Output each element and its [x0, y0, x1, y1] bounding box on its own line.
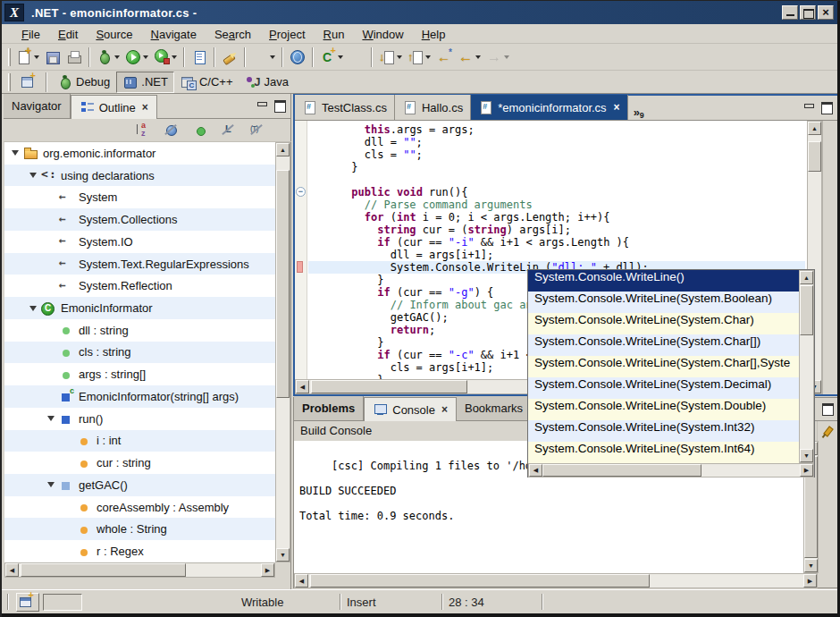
- back-button[interactable]: [455, 46, 483, 68]
- completion-horizontal-scrollbar[interactable]: ◀▶: [528, 463, 814, 478]
- scroll-right-icon[interactable]: ▶: [803, 574, 817, 587]
- hide-non-public-button[interactable]: [247, 120, 268, 141]
- hide-static-button[interactable]: [218, 120, 239, 141]
- menu-edit[interactable]: Edit: [49, 27, 87, 42]
- outline-item-emonicinformator[interactable]: EmonicInformator: [4, 297, 275, 319]
- debug-dropdown-icon[interactable]: [114, 55, 120, 59]
- search-button[interactable]: [219, 46, 240, 68]
- annotation-ruler[interactable]: −: [295, 121, 307, 379]
- completion-item[interactable]: System.Console.WriteLine(): [528, 270, 799, 292]
- last-edit-button[interactable]: [433, 46, 455, 68]
- menu-navigate[interactable]: Navigate: [142, 27, 206, 42]
- minimize-window-button[interactable]: [782, 5, 798, 20]
- outline-item-run[interactable]: run(): [4, 408, 275, 430]
- completion-item[interactable]: System.Console.WriteLine(System.Boolean): [528, 292, 799, 313]
- run-dropdown-icon[interactable]: [143, 55, 148, 59]
- debug-button[interactable]: [94, 46, 122, 68]
- editor-tab-hallo-cs[interactable]: Hallo.cs: [395, 95, 471, 120]
- scroll-thumb[interactable]: [21, 563, 186, 577]
- maximize-window-button[interactable]: [800, 5, 816, 20]
- outline-item-system-reflection[interactable]: System.Reflection: [4, 275, 275, 297]
- completion-item[interactable]: System.Console.WriteLine(System.Int64): [528, 442, 799, 463]
- outline-item-system-io[interactable]: System.IO: [4, 231, 275, 253]
- expander-icon[interactable]: [44, 482, 58, 487]
- perspective-debug[interactable]: Debug: [51, 72, 116, 93]
- prev-annotation-button[interactable]: [405, 46, 433, 68]
- expander-icon[interactable]: [26, 173, 40, 178]
- open-resource-button[interactable]: [249, 46, 278, 68]
- overview-ruler[interactable]: [822, 121, 837, 394]
- run-last-button[interactable]: [151, 46, 180, 68]
- outline-item-system[interactable]: System: [4, 186, 275, 208]
- menu-window[interactable]: Window: [353, 27, 412, 42]
- menu-help[interactable]: Help: [413, 27, 455, 42]
- completion-item[interactable]: System.Console.WriteLine(System.Char[]): [528, 334, 799, 356]
- title-bar[interactable]: X .NET - emonicinformator.cs -: [2, 1, 839, 24]
- menu-search[interactable]: Search: [206, 27, 260, 42]
- perspective-net[interactable]: .NET: [116, 72, 174, 93]
- new-class-button[interactable]: [317, 46, 346, 68]
- fast-view-button[interactable]: [16, 593, 39, 612]
- next-annotation-dropdown-icon[interactable]: [397, 55, 402, 59]
- outline-item-emonicinformator-string-args[interactable]: EmonicInformator(string[] args): [4, 385, 275, 408]
- save-button[interactable]: [42, 46, 63, 68]
- outline-item-cur-string[interactable]: cur : string: [4, 452, 275, 474]
- tab-outline[interactable]: Outline×: [71, 95, 157, 119]
- hide-fields-button[interactable]: [161, 120, 182, 141]
- outline-item-getgac[interactable]: getGAC(): [4, 474, 275, 496]
- run-last-dropdown-icon[interactable]: [172, 55, 177, 59]
- outline-item-r-regex[interactable]: r : Regex: [4, 540, 275, 562]
- outline-vertical-scrollbar[interactable]: ▲▼: [275, 142, 290, 562]
- outline-item-coreassembly-assembly[interactable]: coreAssembly : Assembly: [4, 496, 275, 519]
- back-dropdown-icon[interactable]: [475, 55, 481, 59]
- completion-item[interactable]: System.Console.WriteLine(System.Char[],S…: [528, 356, 799, 377]
- next-annotation-button[interactable]: [376, 46, 405, 68]
- new-class-dropdown-icon[interactable]: [338, 55, 343, 59]
- open-type-button[interactable]: [189, 46, 210, 68]
- outline-item-system-collections[interactable]: System.Collections: [4, 208, 275, 231]
- scroll-left-icon[interactable]: ◀: [529, 464, 542, 477]
- outline-item-system-text-regularexpressions[interactable]: System.Text.RegularExpressions: [4, 253, 275, 275]
- close-tab-icon[interactable]: ×: [614, 101, 620, 114]
- scroll-down-icon[interactable]: ▼: [276, 548, 290, 562]
- close-window-button[interactable]: [818, 5, 834, 20]
- scroll-thumb[interactable]: [542, 464, 701, 477]
- scroll-thumb[interactable]: [311, 380, 467, 393]
- completion-item[interactable]: System.Console.WriteLine(System.Double): [528, 399, 799, 420]
- scroll-right-icon[interactable]: ▶: [800, 464, 813, 477]
- new-wizard-button[interactable]: [13, 46, 42, 68]
- scroll-right-icon[interactable]: ▶: [261, 563, 274, 577]
- forward-button[interactable]: [483, 46, 512, 68]
- minimize-view-button[interactable]: [255, 99, 269, 112]
- new-wizard-dropdown-icon[interactable]: [34, 55, 39, 59]
- print-button[interactable]: [63, 46, 85, 68]
- editor-tab-emonicinformator-cs[interactable]: *emonicinformator.cs×: [471, 95, 627, 120]
- scroll-thumb[interactable]: [310, 574, 650, 587]
- menu-project[interactable]: Project: [260, 27, 314, 42]
- completion-item[interactable]: System.Console.WriteLine(System.Int32): [528, 420, 799, 442]
- outline-item-cls-string[interactable]: cls : string: [4, 342, 275, 364]
- maximize-console-button[interactable]: [820, 402, 835, 415]
- scroll-thumb[interactable]: [808, 141, 821, 172]
- maximize-editor-button[interactable]: [819, 101, 834, 114]
- expander-icon[interactable]: [26, 306, 40, 311]
- console-tab-problems[interactable]: Problems: [294, 396, 364, 420]
- tab-navigator[interactable]: Navigator: [4, 94, 71, 118]
- outline-item-args-string[interactable]: args : string[]: [4, 363, 275, 385]
- menu-run[interactable]: Run: [315, 27, 354, 42]
- completion-item[interactable]: System.Console.WriteLine(System.Char): [528, 313, 799, 334]
- prev-annotation-dropdown-icon[interactable]: [425, 55, 431, 59]
- console-tab-console[interactable]: Console×: [364, 397, 457, 421]
- console-horizontal-scrollbar[interactable]: ◀▶: [294, 573, 818, 588]
- scroll-left-icon[interactable]: ◀: [295, 574, 308, 587]
- minimize-editor-button[interactable]: [802, 101, 816, 114]
- close-tab-icon[interactable]: ×: [142, 101, 148, 114]
- outline-item-i-int[interactable]: i : int: [4, 430, 275, 452]
- web-button[interactable]: [287, 46, 308, 68]
- completion-vertical-scrollbar[interactable]: ▲▼: [799, 270, 814, 463]
- outline-item-whole-string[interactable]: whole : String: [4, 518, 275, 540]
- collapse-minus-icon[interactable]: −: [296, 187, 306, 197]
- expander-icon[interactable]: [44, 416, 58, 421]
- menu-source[interactable]: Source: [87, 27, 141, 42]
- open-resource-dropdown-icon[interactable]: [270, 55, 275, 59]
